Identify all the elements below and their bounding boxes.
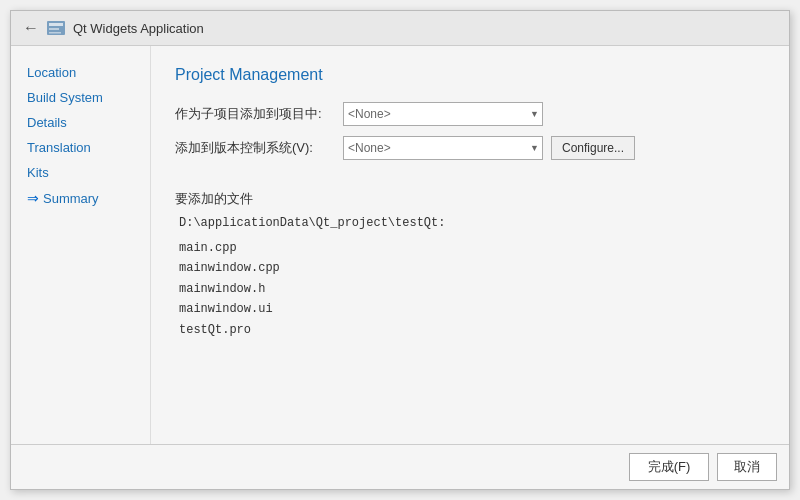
form-row-subproject: 作为子项目添加到项目中: <None> [175, 102, 765, 126]
sidebar-item-location[interactable]: Location [19, 62, 142, 83]
arrow-icon: ⇒ [27, 190, 39, 206]
list-item: main.cpp [179, 238, 765, 258]
title-bar-text: Qt Widgets Application [73, 21, 204, 36]
file-path: D:\applicationData\Qt_project\testQt: [179, 216, 765, 230]
sidebar-item-label-kits: Kits [27, 165, 49, 180]
title-bar: ← Qt Widgets Application [11, 11, 789, 46]
list-item: mainwindow.ui [179, 299, 765, 319]
sidebar-item-label-location: Location [27, 65, 76, 80]
sidebar: Location Build System Details Translatio… [11, 46, 151, 444]
vcs-select[interactable]: <None> [343, 136, 543, 160]
app-icon [47, 21, 65, 35]
files-heading: 要添加的文件 [175, 190, 765, 208]
file-list: main.cpp mainwindow.cpp mainwindow.h mai… [179, 238, 765, 340]
list-item: testQt.pro [179, 320, 765, 340]
subproject-label: 作为子项目添加到项目中: [175, 105, 335, 123]
files-section: 要添加的文件 D:\applicationData\Qt_project\tes… [175, 190, 765, 340]
sidebar-item-label-details: Details [27, 115, 67, 130]
vcs-label: 添加到版本控制系统(V): [175, 139, 335, 157]
svg-rect-3 [49, 32, 61, 34]
content-area: Location Build System Details Translatio… [11, 46, 789, 444]
sidebar-item-summary[interactable]: ⇒ Summary [19, 187, 142, 209]
svg-rect-2 [49, 28, 59, 30]
list-item: mainwindow.h [179, 279, 765, 299]
dialog-window: ← Qt Widgets Application Location Build … [10, 10, 790, 490]
svg-rect-1 [49, 23, 63, 26]
subproject-select[interactable]: <None> [343, 102, 543, 126]
sidebar-item-details[interactable]: Details [19, 112, 142, 133]
page-title: Project Management [175, 66, 765, 84]
main-panel: Project Management 作为子项目添加到项目中: <None> 添… [151, 46, 789, 444]
sidebar-item-label-summary: Summary [43, 191, 99, 206]
bottom-bar: 完成(F) 取消 [11, 444, 789, 489]
sidebar-item-label-translation: Translation [27, 140, 91, 155]
finish-button[interactable]: 完成(F) [629, 453, 709, 481]
vcs-select-wrapper: <None> [343, 136, 543, 160]
cancel-button[interactable]: 取消 [717, 453, 777, 481]
sidebar-item-translation[interactable]: Translation [19, 137, 142, 158]
subproject-select-wrapper: <None> [343, 102, 543, 126]
sidebar-item-build-system[interactable]: Build System [19, 87, 142, 108]
sidebar-item-kits[interactable]: Kits [19, 162, 142, 183]
back-button[interactable]: ← [23, 19, 39, 37]
configure-button[interactable]: Configure... [551, 136, 635, 160]
sidebar-item-label-build-system: Build System [27, 90, 103, 105]
list-item: mainwindow.cpp [179, 258, 765, 278]
form-row-vcs: 添加到版本控制系统(V): <None> Configure... [175, 136, 765, 160]
